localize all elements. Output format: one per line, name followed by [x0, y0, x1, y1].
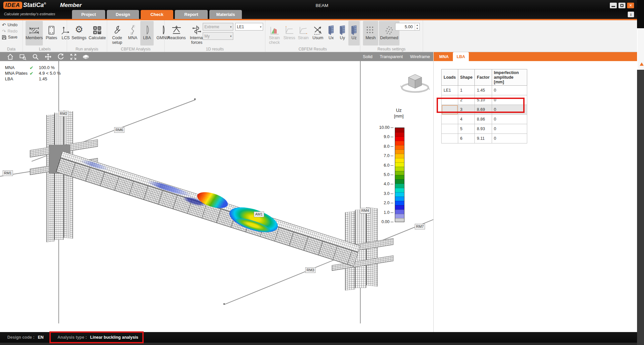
legend-color-segment [395, 167, 404, 171]
pan-icon [44, 53, 52, 60]
table-cell[interactable]: 0 [492, 115, 527, 124]
fit-view-button[interactable] [67, 53, 80, 61]
undo-button[interactable]: ↶ Undo [2, 22, 18, 28]
tab-project[interactable]: Project [72, 10, 105, 19]
table-row[interactable]: 48.860 [442, 115, 527, 124]
info-button[interactable]: i [628, 12, 634, 17]
mode-solid[interactable]: Solid [363, 54, 373, 59]
summary-value: 1.45 [39, 76, 47, 82]
mna-label: MNA [128, 36, 137, 41]
ribbon-group-run: ⚙ Settings Calculate Run analysis [67, 20, 107, 52]
member-label-rm2[interactable]: RM2 [58, 111, 69, 117]
navigation-cube[interactable] [400, 70, 430, 94]
spin-down-icon[interactable]: ▼ [415, 27, 419, 30]
legend-color-segment [395, 214, 404, 218]
table-cell[interactable] [442, 134, 458, 143]
table-cell[interactable] [442, 115, 458, 124]
table-cell[interactable]: 9.11 [475, 134, 492, 143]
legend-tick-mark [391, 128, 394, 128]
axis-endpoint-dot [223, 303, 225, 305]
settings-button[interactable]: ⚙ Settings [70, 21, 88, 45]
design-code-value[interactable]: EN [38, 335, 43, 340]
col-header-loads: Loads [442, 69, 458, 86]
chevron-down-icon: ▾ [230, 25, 232, 29]
rotate-button[interactable] [54, 53, 67, 61]
table-cell[interactable]: 0 [492, 86, 527, 95]
document-title: BEAM [0, 3, 644, 8]
chevron-down-icon: ▾ [260, 25, 261, 29]
tab-report[interactable]: Report [175, 10, 208, 19]
usum-button[interactable]: Usum [311, 21, 325, 45]
table-cell[interactable]: 8.86 [475, 115, 492, 124]
zoom-window-button[interactable] [17, 53, 29, 61]
members-button[interactable]: Members [26, 21, 43, 45]
table-cell[interactable]: 1 [458, 86, 475, 95]
close-button[interactable]: ✕ [627, 3, 634, 8]
reactions-button[interactable]: Reactions [167, 21, 186, 45]
member-label-rm4[interactable]: RM4 [360, 208, 370, 214]
table-cell[interactable]: 5 [458, 124, 475, 134]
solid-view-button[interactable] [80, 53, 92, 61]
mesh-button[interactable]: Mesh [363, 21, 378, 45]
strain-curve-icon [299, 21, 308, 35]
table-cell[interactable]: 0 [492, 124, 527, 134]
legend-color-segment [395, 162, 404, 167]
magnifier-icon [32, 53, 39, 60]
spin-up-icon[interactable]: ▲ [415, 24, 419, 27]
ux-button[interactable]: Ux [326, 21, 336, 45]
table-cell[interactable]: 6 [458, 134, 475, 143]
minimize-button[interactable] [610, 3, 617, 8]
save-button[interactable]: Save [2, 35, 18, 40]
mode-wireframe[interactable]: Wireframe [410, 54, 430, 59]
table-row[interactable]: LE111.450 [442, 86, 527, 95]
table-row[interactable]: 69.110 [442, 134, 527, 143]
member-label-rm6[interactable]: RM6 [114, 127, 124, 133]
member-label-rm7[interactable]: RM7 [415, 224, 425, 229]
home-view-button[interactable] [4, 53, 17, 61]
lba-button[interactable]: LBA [140, 21, 154, 45]
zoom-button[interactable] [29, 53, 42, 61]
redo-button[interactable]: ↷ Redo [2, 29, 18, 34]
deformed-scale-spinner[interactable]: 5.00 ▲ ▼ [395, 23, 420, 31]
table-cell[interactable]: 8.93 [475, 124, 492, 134]
code-setup-button[interactable]: Code setup [109, 21, 125, 45]
member-label-am1[interactable]: AM1 [254, 212, 264, 217]
uz-button[interactable]: Uz [348, 21, 360, 45]
pan-button[interactable] [42, 53, 54, 61]
strain-check-button[interactable]: Strain check [267, 21, 282, 45]
member-label-rm1[interactable]: RM1 [3, 170, 13, 176]
table-cell[interactable]: LE1 [442, 86, 458, 95]
legend-tick-mark [391, 137, 394, 137]
table-cell[interactable]: 0 [492, 134, 527, 143]
member-label-rm3[interactable]: RM3 [305, 267, 316, 273]
group-label-1d-results: 1D results [165, 47, 265, 51]
uy-label: Uy [340, 36, 345, 41]
table-row[interactable]: 58.930 [442, 124, 527, 134]
legend-tick-mark [391, 184, 394, 184]
viewport-3d[interactable]: MNA ✔ 100.0 % MNA Plates ✔ 4.9 < 5.0 % L… [0, 61, 433, 332]
legend-tick-mark [391, 222, 394, 222]
uy-button[interactable]: Uy [337, 21, 348, 45]
tab-materials[interactable]: Materials [209, 10, 242, 19]
maximize-button[interactable] [618, 3, 625, 8]
legend-color-segment [395, 184, 404, 188]
table-cell[interactable]: 4 [458, 115, 475, 124]
mna-button[interactable]: MNA [126, 21, 140, 45]
component-dropdown[interactable]: My ▾ [203, 32, 233, 40]
plates-button[interactable]: Plates [44, 21, 59, 45]
legend-tick-label: 1.0 [372, 210, 390, 215]
loadcase-dropdown[interactable]: LE1 ▾ [235, 23, 263, 31]
calculate-button[interactable]: Calculate [88, 21, 106, 45]
table-cell[interactable]: 1.45 [475, 86, 492, 95]
tab-check[interactable]: Check [141, 10, 173, 19]
panel-tab-lba[interactable]: LBA [453, 52, 469, 61]
panel-tab-mna[interactable]: MNA [436, 52, 452, 61]
mode-transparent[interactable]: Transparent [380, 54, 403, 59]
tab-design[interactable]: Design [107, 10, 139, 19]
table-cell[interactable] [442, 124, 458, 134]
legend-tick-mark [391, 213, 394, 213]
strain-button[interactable]: Strain [297, 21, 310, 45]
extreme-dropdown[interactable]: Extreme ▾ [203, 23, 233, 31]
stress-button[interactable]: Stress [283, 21, 296, 45]
lba-curve-icon [144, 21, 150, 35]
